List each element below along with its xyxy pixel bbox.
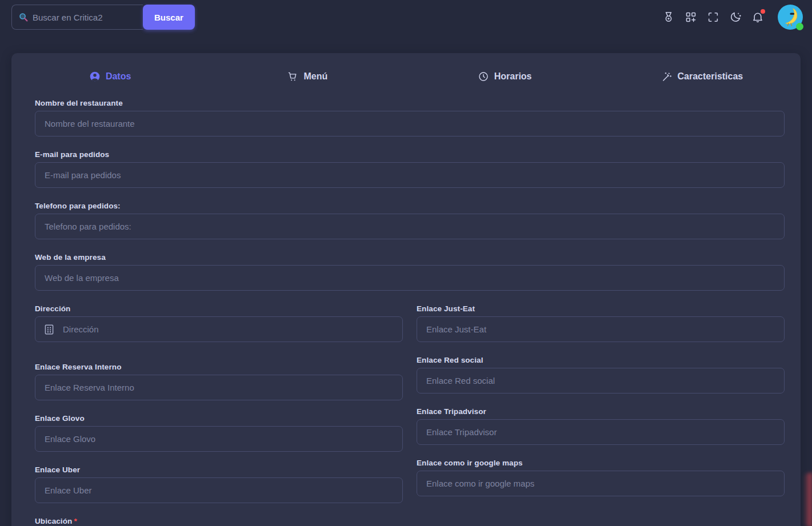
tab-horarios[interactable]: Horarios [406,68,603,85]
web-empresa-input[interactable] [35,265,785,291]
tab-label: Horarios [494,71,532,82]
tab-bar: Datos Menú Horarios [11,53,801,85]
telefono-pedidos-input[interactable] [35,214,785,239]
field-enlace-google-maps: Enlace como ir google maps [417,459,785,496]
field-enlace-uber: Enlace Uber [35,465,403,503]
tab-label: Menú [303,71,327,82]
tab-menu[interactable]: Menú [209,68,406,85]
search-input[interactable] [11,5,143,30]
tab-label: Datos [106,71,131,82]
global-search: Buscar [11,5,195,30]
field-label: Enlace como ir google maps [417,459,785,467]
tab-label: Caracteristicas [678,71,743,82]
medal-icon[interactable] [659,8,678,26]
field-label: Ubicación [35,517,72,525]
enlace-uber-input[interactable] [35,477,403,503]
field-direccion: Dirección [35,304,403,342]
notification-badge [761,9,765,14]
dark-mode-icon[interactable] [726,8,745,26]
clock-icon [478,71,489,82]
cart-icon [287,71,298,82]
notifications-icon[interactable] [749,8,767,26]
field-email-pedidos: E-mail para pedidos [35,150,785,188]
field-label: Enlace Just-Eat [417,304,785,313]
field-enlace-glovo: Enlace Glovo [35,414,403,452]
two-column-section: Dirección Enlace Reserva Interno [35,304,785,517]
field-label: Dirección [35,304,403,313]
restaurant-form: Nombre del restaurante E-mail para pedid… [11,85,801,526]
online-status-dot [796,23,803,30]
field-web-empresa: Web de la empresa [35,253,785,291]
field-label: Enlace Uber [35,465,403,474]
apps-grid-icon[interactable] [682,8,700,26]
enlace-just-eat-input[interactable] [417,316,785,342]
customizer-edge-button[interactable] [803,473,812,526]
topbar-actions [659,5,803,30]
field-label: Enlace Glovo [35,414,403,423]
restaurant-settings-card: Datos Menú Horarios [11,53,801,526]
tab-caracteristicas[interactable]: Caracteristicas [603,68,801,85]
field-ubicacion: Ubicación* [35,517,785,526]
nombre-restaurante-input[interactable] [35,111,785,136]
topbar: Buscar [0,0,812,34]
enlace-glovo-input[interactable] [35,426,403,452]
direccion-input[interactable] [35,316,403,342]
enlace-red-social-input[interactable] [417,368,785,394]
field-label: Telefono para pedidos: [35,202,785,210]
left-column: Dirección Enlace Reserva Interno [35,304,403,517]
user-icon [89,71,101,82]
field-enlace-reserva-interno: Enlace Reserva Interno [35,363,403,400]
field-telefono-pedidos: Telefono para pedidos: [35,202,785,239]
required-asterisk: * [74,517,77,525]
enlace-google-maps-input[interactable] [417,471,785,496]
enlace-reserva-interno-input[interactable] [35,375,403,400]
field-label: Enlace Tripadvisor [417,407,785,416]
wand-icon [661,71,673,82]
field-label: Enlace Red social [417,356,785,364]
field-label: Web de la empresa [35,253,785,262]
email-pedidos-input[interactable] [35,162,785,188]
field-label: Enlace Reserva Interno [35,363,403,371]
user-avatar[interactable] [778,5,803,30]
field-enlace-red-social: Enlace Red social [417,356,785,394]
field-enlace-just-eat: Enlace Just-Eat [417,304,785,342]
search-button[interactable]: Buscar [143,5,195,30]
field-enlace-tripadvisor: Enlace Tripadvisor [417,407,785,445]
field-label: Nombre del restaurante [35,99,785,107]
field-nombre-restaurante: Nombre del restaurante [35,99,785,136]
field-label: E-mail para pedidos [35,150,785,159]
fullscreen-icon[interactable] [704,8,722,26]
tab-datos[interactable]: Datos [11,68,209,85]
enlace-tripadvisor-input[interactable] [417,419,785,445]
right-column: Enlace Just-Eat Enlace Red social Enlace… [417,304,785,510]
